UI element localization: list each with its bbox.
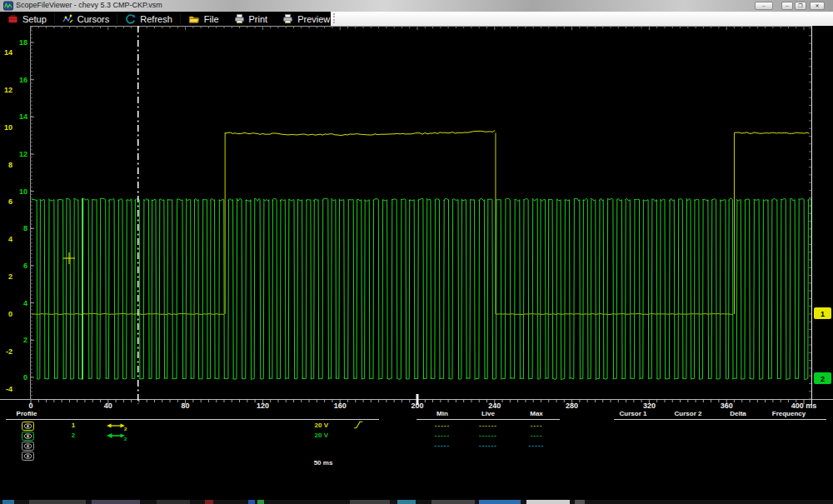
svg-text:8: 8: [23, 224, 27, 232]
channel2-range[interactable]: 20 V: [297, 432, 328, 440]
cursors-button[interactable]: Cursors: [55, 12, 117, 26]
svg-text:2: 2: [8, 272, 12, 281]
min-header: Min: [426, 410, 459, 417]
toolbar-extension-area: [331, 12, 833, 26]
scope-display[interactable]: 14121086420-2-41816141210864200408012016…: [0, 26, 833, 411]
print-preview-icon: [282, 13, 293, 24]
channel1-probe-icon[interactable]: 2: [106, 422, 127, 431]
toolbar-minimize-button[interactable]: –: [755, 2, 773, 10]
print-label: Print: [249, 14, 268, 24]
folder-icon: [188, 13, 200, 24]
svg-text:1: 1: [821, 310, 825, 318]
svg-text:2: 2: [124, 437, 127, 442]
divider: [416, 419, 560, 420]
cursors-label: Cursors: [77, 14, 110, 24]
svg-text:10: 10: [4, 123, 12, 132]
restore-button[interactable]: ❐: [795, 2, 806, 10]
playback-bar: 00:06:409 50 ms: [0, 462, 833, 500]
print-button[interactable]: Print: [227, 12, 276, 26]
svg-text:12: 12: [4, 86, 12, 94]
svg-text:0: 0: [8, 310, 12, 318]
svg-text:16: 16: [19, 76, 27, 84]
svg-text:-2: -2: [6, 347, 12, 356]
refresh-icon: [125, 13, 136, 24]
preview-label: Preview: [297, 14, 330, 24]
svg-text:6: 6: [8, 197, 12, 206]
channel2-number: 2: [68, 432, 78, 440]
divider: [614, 419, 826, 420]
svg-text:2: 2: [23, 336, 27, 344]
svg-text:2: 2: [821, 375, 825, 383]
channel2-probe-icon[interactable]: 2: [106, 432, 127, 441]
ch3-live-value: ------: [470, 442, 506, 450]
ch2-max-value: ----: [518, 432, 555, 440]
cursors-icon: [62, 13, 73, 24]
refresh-button[interactable]: Refresh: [117, 12, 180, 26]
os-taskbar[interactable]: [0, 500, 833, 504]
svg-text:-4: -4: [6, 385, 12, 393]
printer-icon: [234, 13, 245, 24]
ch1-live-value: ------: [470, 422, 506, 430]
channel1-trigger-slope-icon[interactable]: [352, 421, 365, 429]
time-window-label: 50 ms: [298, 459, 348, 467]
ch3-min-value: -----: [424, 442, 461, 450]
profile-header: Profile: [7, 410, 47, 417]
svg-text:10: 10: [19, 187, 27, 196]
svg-text:14: 14: [19, 112, 27, 121]
frequency-header: Frequency: [760, 410, 818, 417]
ch1-max-value: ----: [518, 422, 555, 430]
close-button[interactable]: ✕: [810, 2, 825, 10]
channel1-range[interactable]: 20 V: [297, 422, 328, 430]
svg-text:18: 18: [19, 38, 27, 47]
svg-text:12: 12: [19, 150, 27, 158]
main-toolbar: Setup Cursors Refresh F: [0, 12, 331, 26]
svg-text:2: 2: [124, 427, 127, 432]
preview-button[interactable]: Preview: [275, 12, 337, 26]
app-logo-icon: [3, 1, 13, 11]
titlebar[interactable]: ScopeFileViewer - chevy 5.3 CMP-CKP.vsm …: [0, 0, 833, 12]
channel1-number: 1: [68, 422, 78, 430]
svg-text:0: 0: [23, 373, 27, 382]
window-title: ScopeFileViewer - chevy 5.3 CMP-CKP.vsm: [16, 1, 162, 9]
svg-text:4: 4: [8, 235, 12, 243]
ch2-min-value: -----: [424, 432, 461, 440]
cursor1-header: Cursor 1: [604, 410, 662, 417]
toolbar-grip-handle[interactable]: [333, 13, 335, 23]
ch3-max-value: -----: [518, 442, 555, 450]
refresh-label: Refresh: [140, 14, 172, 24]
file-label: File: [204, 14, 219, 24]
svg-text:8: 8: [8, 161, 12, 169]
channel3-visibility-eye-icon[interactable]: [22, 442, 34, 451]
live-header: Live: [471, 410, 505, 417]
minimize-button[interactable]: –: [781, 2, 793, 10]
divider: [6, 419, 379, 420]
setup-button[interactable]: Setup: [0, 12, 54, 26]
svg-text:6: 6: [23, 262, 27, 270]
toolbox-icon: [7, 13, 18, 24]
channel2-visibility-eye-icon[interactable]: [22, 432, 34, 441]
max-header: Max: [520, 410, 553, 417]
ch1-min-value: -----: [424, 422, 461, 430]
svg-text:4: 4: [23, 299, 27, 307]
ch2-live-value: ------: [470, 432, 506, 440]
channel1-visibility-eye-icon[interactable]: [22, 422, 34, 431]
delta-header: Delta: [709, 410, 767, 417]
file-button[interactable]: File: [181, 12, 227, 26]
channel4-visibility-eye-icon[interactable]: [22, 452, 34, 461]
scope-file-viewer-window: ScopeFileViewer - chevy 5.3 CMP-CKP.vsm …: [0, 0, 833, 504]
profile-panel: Profile Min Live Max Cursor 1 Cursor 2 D…: [0, 408, 833, 462]
setup-label: Setup: [22, 14, 47, 24]
svg-text:14: 14: [4, 48, 12, 57]
